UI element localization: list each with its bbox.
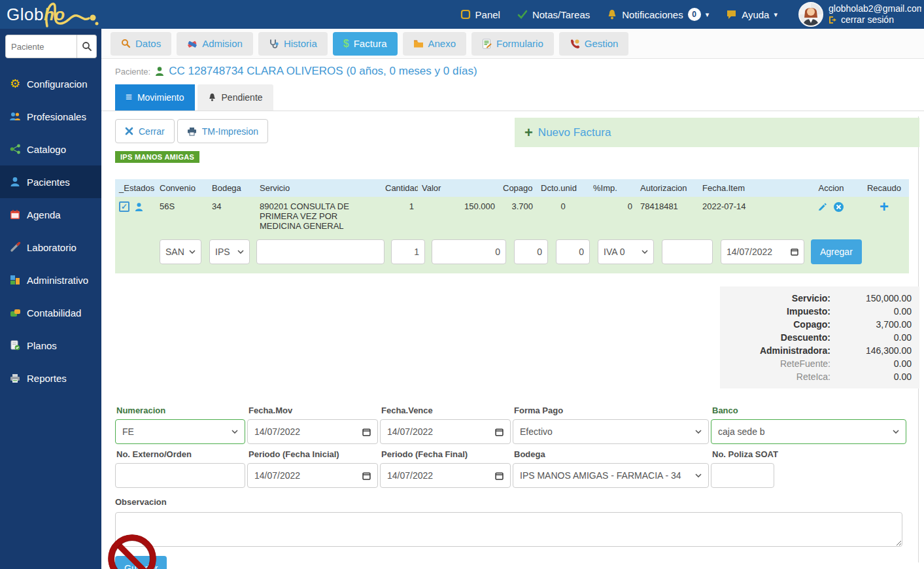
sidebar-item-administrativo[interactable]: Administrativo [0, 264, 101, 296]
tab-label: Anexo [428, 38, 456, 49]
sidebar-item-profesionales[interactable]: Profesionales [0, 100, 101, 133]
total-value: 146,300.00 [840, 344, 912, 357]
app-logo[interactable]: Globho [0, 0, 101, 29]
copago-input[interactable] [520, 247, 542, 257]
nuevo-factura-bar[interactable]: + Nuevo Factura [515, 118, 919, 147]
convenio-select[interactable]: SAN [160, 239, 201, 264]
forma-pago-label: Forma Pago [513, 403, 709, 417]
search-icon [82, 41, 92, 52]
total-label: Descuento: [728, 331, 840, 344]
bodega-form-select[interactable]: IPS MANOS AMIGAS - FARMACIA - 34 [513, 463, 709, 488]
periodo-final-date-input[interactable]: 14/07/2022 [380, 463, 511, 488]
tab-datos[interactable]: Datos [111, 32, 171, 56]
servicio-input[interactable] [262, 247, 379, 257]
logout-link[interactable]: cerrar sesión [829, 14, 921, 26]
banco-select[interactable]: caja sede b [711, 419, 906, 444]
sidebar-item-configuracion[interactable]: ⚙ Configuracion [0, 67, 101, 100]
tab-label: Admision [202, 38, 243, 49]
patient-search-input[interactable] [5, 35, 77, 58]
valor-input[interactable] [437, 247, 500, 257]
periodo-inicial-label: Periodo (Fecha Inicial) [247, 447, 378, 460]
sidebar-item-label: Planos [27, 340, 57, 351]
chevron-down-icon [231, 430, 238, 434]
subtab-pendiente[interactable]: Pendiente [197, 84, 273, 111]
add-recaudo-icon[interactable]: + [880, 198, 889, 215]
banco-value: caja sede b [718, 426, 765, 437]
agregar-button[interactable]: Agregar [811, 239, 862, 264]
tab-label: Datos [135, 38, 161, 49]
cancel-circle-icon[interactable] [833, 201, 844, 213]
chevron-down-icon: ▾ [706, 10, 710, 19]
sidebar-item-planos[interactable]: Planos [0, 329, 101, 362]
notas-tareas-nav-item[interactable]: Notas/Tareas [517, 9, 590, 20]
tab-admision[interactable]: Admision [177, 32, 253, 56]
tab-formulario[interactable]: Formulario [471, 32, 554, 56]
person-icon[interactable] [134, 202, 144, 212]
fecha-mov-date-input[interactable]: 14/07/2022 [247, 419, 378, 444]
patient-label: Paciente: [115, 67, 150, 77]
sidebar-item-label: Reportes [27, 373, 67, 384]
sidebar-item-pacientes[interactable]: Pacientes [0, 165, 101, 198]
accion-cell [803, 197, 859, 235]
fecha-item-cell: 2022-07-14 [698, 197, 803, 235]
subtab-movimiento[interactable]: ≡ Movimiento [115, 84, 195, 111]
total-value: 150,000.00 [840, 292, 912, 305]
poliza-soat-input[interactable] [718, 470, 767, 481]
sidebar-item-reportes[interactable]: Reportes [0, 362, 101, 394]
calendar-icon [495, 472, 504, 480]
tab-label: Formulario [496, 38, 543, 49]
iva-select[interactable]: IVA 0 [598, 239, 654, 264]
patient-search-button[interactable] [77, 35, 97, 58]
blocks-icon [9, 274, 21, 286]
numeracion-select[interactable]: FE [115, 419, 245, 444]
bodega-form-label: Bodega [513, 447, 709, 460]
bell-icon [607, 9, 617, 20]
notificaciones-nav-item[interactable]: Notificaciones 0 ▾ [607, 8, 709, 21]
sidebar-item-label: Catalogo [27, 144, 66, 155]
forma-pago-select[interactable]: Efectivo [513, 419, 709, 444]
col-cantidad: Cantidad [381, 179, 418, 197]
bodega-select[interactable]: IPS [209, 239, 250, 264]
tab-historia[interactable]: Historia [258, 32, 328, 56]
user-avatar[interactable] [798, 2, 823, 27]
row-checkbox[interactable]: ✓ [119, 201, 129, 212]
edit-pencil-icon[interactable] [818, 202, 828, 212]
sidebar-item-label: Pacientes [27, 177, 70, 188]
guardar-button[interactable]: Guardar [115, 556, 167, 569]
cerrar-button[interactable]: Cerrar [115, 119, 175, 143]
periodo-inicial-date-input[interactable]: 14/07/2022 [247, 463, 378, 488]
invoice-form: Numeracion Fecha.Mov Fecha.Vence Forma P… [115, 403, 909, 488]
tab-anexo[interactable]: Anexo [403, 32, 467, 56]
autorizacion-input[interactable] [668, 247, 707, 257]
phone-icon [570, 39, 580, 49]
sidebar-item-agenda[interactable]: Agenda [0, 198, 101, 231]
calendar-icon [791, 248, 798, 256]
tm-impresion-button[interactable]: TM-Impresion [177, 119, 268, 143]
fecha-vence-date-input[interactable]: 14/07/2022 [380, 419, 511, 444]
invoice-totals: Servicio:150,000.00 Impuesto:0.00 Copago… [720, 286, 919, 388]
no-externo-input[interactable] [122, 470, 238, 481]
cantidad-cell: 1 [381, 197, 418, 235]
cantidad-input[interactable] [397, 247, 419, 257]
panel-nav-item[interactable]: Panel [460, 9, 500, 20]
fecha-item-date-input[interactable]: 14/07/2022 [721, 239, 804, 264]
user-account-area: globholab2@gmail.com cerrar sesión [798, 2, 921, 27]
sidebar-item-laboratorio[interactable]: Laboratorio [0, 231, 101, 264]
total-value: 0.00 [840, 331, 912, 344]
numeracion-label: Numeracion [115, 403, 245, 417]
fecha-mov-value: 14/07/2022 [254, 426, 300, 437]
sidebar-item-catalogo[interactable]: Catalogo [0, 133, 101, 165]
tab-label: Historia [284, 38, 317, 49]
invoice-subtabs: ≡ Movimiento Pendiente [101, 84, 924, 111]
hamburger-icon: ≡ [126, 91, 132, 104]
col-convenio: Convenio [156, 179, 208, 197]
tab-factura[interactable]: $ Factura [333, 32, 398, 56]
ips-badge: IPS MANOS AMIGAS [115, 151, 199, 163]
ayuda-nav-item[interactable]: Ayuda ▾ [726, 9, 778, 20]
sidebar-item-contabilidad[interactable]: Contabilidad [0, 296, 101, 329]
tab-gestion[interactable]: Gestion [559, 32, 629, 56]
dcto-input[interactable] [562, 247, 584, 257]
cerrar-label: Cerrar [139, 126, 165, 137]
observacion-textarea[interactable] [115, 512, 902, 547]
col-bodega: Bodega [208, 179, 256, 197]
